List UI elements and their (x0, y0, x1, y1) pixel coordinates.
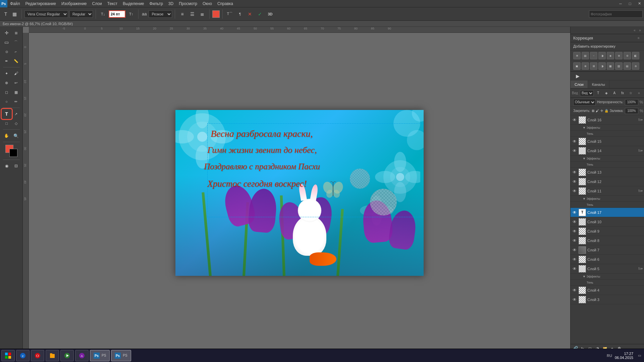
pen-tool[interactable]: ✏ (12, 97, 20, 106)
taskbar-art[interactable]: A (75, 350, 89, 361)
layer-eye-9[interactable]: 👁 (572, 229, 577, 234)
close-button[interactable]: ✕ (635, 0, 644, 7)
taskbar-opera[interactable]: O (31, 350, 44, 361)
layer-item-16[interactable]: 👁 Слой 16 fx▾ (571, 115, 644, 125)
maximize-button[interactable]: □ (625, 0, 635, 7)
layer-filter-btn4[interactable]: fx (619, 89, 626, 98)
brightness-icon[interactable]: ☀ (573, 52, 581, 59)
expand-btn[interactable]: » (637, 28, 643, 33)
font-name-select[interactable]: Vera Crouz Regular (24, 10, 68, 18)
layer-item-17[interactable]: 👁 T Слой 17 (571, 208, 644, 217)
dodge-tool[interactable]: ○ (2, 97, 11, 106)
eyedropper-tool[interactable]: ✒ (2, 57, 11, 65)
vibrance-icon[interactable]: ◈ (607, 52, 614, 59)
tool-preset-btn2[interactable]: ▦ (10, 10, 19, 18)
history-brush-tool[interactable]: ↩ (12, 78, 20, 87)
quick-mask-tool[interactable]: ◉ (2, 162, 11, 170)
menu-select[interactable]: Выделение (120, 0, 147, 7)
selectcolor-icon[interactable]: ⊚ (632, 62, 639, 70)
start-button[interactable] (1, 350, 15, 361)
text-color-swatch[interactable] (212, 10, 220, 18)
layer-item-14[interactable]: 👁 Слой 14 fx▾ (571, 146, 644, 156)
lasso-tool[interactable]: ⌒ (12, 38, 20, 47)
tab-channels[interactable]: Каналы (588, 80, 609, 88)
curves-icon[interactable]: ~ (590, 52, 597, 59)
font-style-select[interactable]: Regular (69, 10, 93, 18)
font-size-input[interactable] (109, 10, 125, 18)
layer-eye-10[interactable]: 👁 (572, 219, 577, 225)
lock-all-btn[interactable]: 🔒 (604, 108, 608, 114)
character-panel-btn[interactable]: ¶ (235, 10, 244, 18)
clone-tool[interactable]: ⊕ (2, 78, 11, 87)
layer-eye-8[interactable]: 👁 (572, 238, 577, 243)
3d-btn[interactable]: 3D (266, 10, 274, 18)
layer-filter-btn5[interactable]: ☆ (627, 89, 634, 98)
ruler-tool[interactable]: 📏 (12, 57, 20, 65)
layer-filter-select[interactable]: Вид (580, 90, 594, 96)
collapse-btn[interactable]: « (632, 28, 637, 33)
menu-layers[interactable]: Слои (90, 0, 105, 7)
align-left-btn[interactable]: ≡ (178, 10, 186, 18)
layer-item-11[interactable]: 👁 Слой 11 fx▾ (571, 186, 644, 196)
layer-filter-toggle[interactable]: ○ (635, 89, 643, 98)
menu-text[interactable]: Текст (105, 0, 120, 7)
exposure-icon[interactable]: ◑ (598, 52, 606, 59)
channelmix-icon[interactable]: ⊗ (582, 62, 589, 70)
taskbar-photoshop2[interactable]: Ps PS (111, 350, 131, 361)
mode-toggle[interactable]: ⊟ (12, 162, 20, 170)
opacity-input[interactable] (625, 99, 638, 105)
layer-item-5[interactable]: 👁 Слой 5 fx▾ (571, 264, 644, 274)
lock-paint-btn[interactable]: 🖌 (596, 108, 599, 114)
minimize-button[interactable]: ─ (616, 0, 625, 7)
gradmap-icon[interactable]: ▤ (624, 62, 631, 70)
menu-view[interactable]: Просмотр (176, 0, 200, 7)
layer-eye-12[interactable]: 👁 (572, 179, 577, 184)
photof-icon[interactable]: ▣ (573, 62, 581, 70)
decrease-font-btn[interactable]: T↓ (99, 10, 107, 18)
layer-eye-17[interactable]: 👁 (572, 210, 577, 215)
layer-filter-btn[interactable]: T (594, 89, 602, 98)
layer-eye-16[interactable]: 👁 (572, 117, 577, 123)
text-tool[interactable]: T (2, 110, 11, 118)
menu-help[interactable]: Справка (215, 0, 236, 7)
layer-eye-13[interactable]: 👁 (572, 170, 577, 175)
taskbar-files[interactable] (46, 350, 59, 361)
bw-icon[interactable]: ◧ (632, 52, 639, 59)
layer-eye-11[interactable]: 👁 (572, 188, 577, 194)
spot-heal-tool[interactable]: ✦ (2, 69, 11, 78)
blend-mode-select[interactable]: Обычные (573, 99, 596, 106)
layer-eye-14[interactable]: 👁 (572, 148, 577, 154)
menu-window[interactable]: Окно (200, 0, 215, 7)
layer-item-13[interactable]: 👁 Слой 13 (571, 168, 644, 177)
layer-item-15[interactable]: 👁 Слой 15 (571, 137, 644, 146)
shape-tool[interactable]: □ (2, 119, 11, 128)
layer-item-7[interactable]: 👁 Слой 7 (571, 245, 644, 255)
layer-eye-6[interactable]: 👁 (572, 257, 577, 262)
cancel-btn[interactable]: ✕ (246, 10, 254, 18)
taskbar-media[interactable] (60, 350, 74, 361)
lock-move-btn[interactable]: ✛ (600, 108, 603, 114)
invert-icon[interactable]: ◑ (598, 62, 606, 70)
layer-item-3[interactable]: 👁 Слой 3 (571, 295, 644, 304)
gradient-tool[interactable]: ▦ (12, 88, 20, 97)
levels-icon[interactable]: ▤ (582, 52, 589, 59)
layer-filter-btn3[interactable]: A (611, 89, 618, 98)
menu-3d[interactable]: 3D (166, 0, 176, 7)
move-tool[interactable]: ✛ (2, 28, 11, 37)
layer-eye-5[interactable]: 👁 (572, 266, 577, 272)
layer-eye-3[interactable]: 👁 (572, 297, 577, 302)
show-desktop-btn[interactable]: ▭ (636, 352, 643, 359)
quick-select-tool[interactable]: ⊙ (2, 47, 11, 56)
colorbalance-icon[interactable]: ⊜ (624, 52, 631, 59)
path-select-tool[interactable]: ↗ (12, 110, 20, 118)
sharpness-select[interactable]: Резкое (149, 10, 172, 18)
layer-item-8[interactable]: 👁 Слой 8 (571, 236, 644, 245)
layer-filter-btn2[interactable]: ◈ (602, 89, 610, 98)
tool-preset-btn[interactable]: T (1, 10, 10, 18)
layer-item-10[interactable]: 👁 Слой 10 (571, 217, 644, 227)
eraser-tool[interactable]: ◻ (2, 88, 11, 97)
taskbar-ie[interactable]: e (16, 350, 30, 361)
layer-eye-4[interactable]: 👁 (572, 288, 577, 293)
correction-menu-btn[interactable]: ≡ (636, 36, 641, 41)
layer-item-6[interactable]: 👁 Слой 6 (571, 255, 644, 264)
